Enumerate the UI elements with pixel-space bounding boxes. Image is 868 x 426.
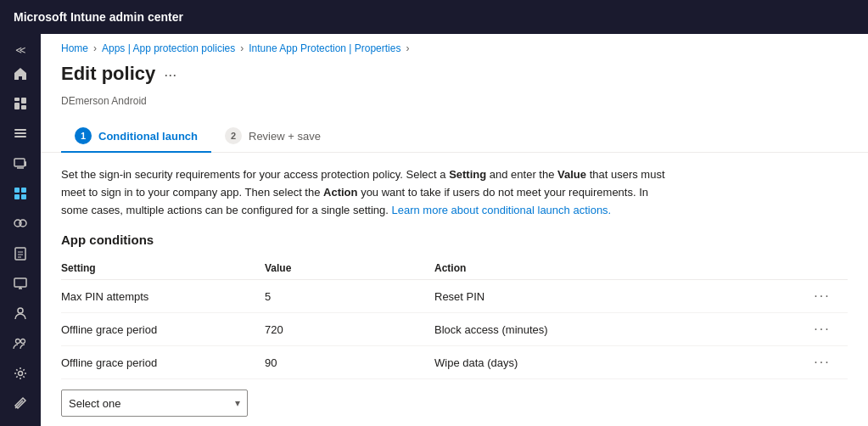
row-3-action: Wipe data (days) xyxy=(434,356,797,369)
svg-point-20 xyxy=(19,371,23,375)
collapse-icon[interactable]: ≪ xyxy=(12,41,30,59)
select-inner: Select one ▾ xyxy=(69,397,240,410)
sidebar-icon-devices[interactable] xyxy=(3,149,37,177)
content-area: Home › Apps | App protection policies › … xyxy=(41,34,868,426)
sidebar-icon-monitor[interactable] xyxy=(3,269,37,297)
sidebar-icon-list[interactable] xyxy=(3,120,37,148)
svg-point-18 xyxy=(16,339,20,343)
table-row: Offline grace period 90 Wipe data (days)… xyxy=(61,346,848,379)
page-title: Edit policy xyxy=(61,63,155,85)
tab-number-2: 2 xyxy=(225,127,242,144)
page-header: Edit policy ··· xyxy=(41,59,868,95)
sidebar-icon-chat[interactable] xyxy=(3,210,37,238)
select-placeholder: Select one xyxy=(69,397,120,410)
sidebar-icon-dashboard[interactable] xyxy=(3,89,37,117)
breadcrumb-properties[interactable]: Intune App Protection | Properties xyxy=(249,42,400,54)
row-3-value: 90 xyxy=(265,356,434,369)
svg-rect-16 xyxy=(14,278,26,287)
breadcrumb-sep-2: › xyxy=(240,42,244,54)
sidebar-icon-user[interactable] xyxy=(3,300,37,328)
svg-rect-8 xyxy=(25,161,26,166)
sidebar-icon-group[interactable] xyxy=(3,329,37,357)
svg-rect-0 xyxy=(14,98,20,101)
row-2-value: 720 xyxy=(265,323,434,336)
tabs-container: 1 Conditional launch 2 Review + save xyxy=(41,121,868,153)
svg-rect-10 xyxy=(21,188,26,193)
col-value: Value xyxy=(265,262,434,274)
row-1-value: 5 xyxy=(265,290,434,303)
tab-number-1: 1 xyxy=(75,127,92,144)
tab-label-1: Conditional launch xyxy=(98,130,198,143)
row-2-action: Block access (minutes) xyxy=(434,323,797,336)
setting-select[interactable]: Select one ▾ xyxy=(61,390,248,417)
row-3-setting: Offline grace period xyxy=(61,356,265,369)
col-action: Action xyxy=(434,262,797,274)
sidebar-icon-settings[interactable] xyxy=(3,359,37,387)
sidebar-icon-apps[interactable] xyxy=(3,179,37,207)
chevron-down-icon: ▾ xyxy=(235,397,240,409)
svg-rect-1 xyxy=(21,98,26,104)
more-options-button[interactable]: ··· xyxy=(164,66,176,84)
row-1-more-button[interactable]: ··· xyxy=(797,289,848,304)
breadcrumb-sep-3: › xyxy=(406,42,409,54)
description: Set the sign-in security requirements fo… xyxy=(41,166,686,233)
svg-point-19 xyxy=(21,339,25,343)
tab-review-save[interactable]: 2 Review + save xyxy=(211,121,334,153)
sidebar-icon-home[interactable] xyxy=(3,59,37,87)
svg-point-17 xyxy=(18,308,23,313)
table-row: Max PIN attempts 5 Reset PIN ··· xyxy=(61,280,848,313)
table-header: Setting Value Action xyxy=(61,257,848,280)
table-container: Setting Value Action Max PIN attempts 5 … xyxy=(41,257,868,379)
svg-rect-11 xyxy=(14,194,20,199)
top-bar-title: Microsoft Intune admin center xyxy=(14,10,183,24)
svg-point-14 xyxy=(20,220,26,227)
row-3-more-button[interactable]: ··· xyxy=(797,355,848,370)
page-subtitle: DEmerson Android xyxy=(41,95,868,121)
svg-rect-6 xyxy=(14,136,26,137)
col-actions xyxy=(797,262,848,274)
row-2-setting: Offline grace period xyxy=(61,323,265,336)
row-2-more-button[interactable]: ··· xyxy=(797,322,848,337)
svg-rect-3 xyxy=(21,105,26,109)
sidebar: ≪ xyxy=(0,34,41,426)
main-layout: ≪ xyxy=(0,34,868,426)
section-title: App conditions xyxy=(41,233,868,257)
tab-label-2: Review + save xyxy=(249,130,321,143)
breadcrumb-sep-1: › xyxy=(93,42,97,54)
svg-rect-12 xyxy=(21,194,26,199)
row-1-action: Reset PIN xyxy=(434,290,797,303)
svg-rect-4 xyxy=(14,129,26,131)
svg-rect-15 xyxy=(15,248,25,260)
table-row: Offline grace period 720 Block access (m… xyxy=(61,313,848,346)
sidebar-icon-tools[interactable] xyxy=(3,390,37,418)
svg-rect-7 xyxy=(14,159,25,166)
tab-conditional-launch[interactable]: 1 Conditional launch xyxy=(61,121,211,153)
row-1-setting: Max PIN attempts xyxy=(61,290,265,303)
top-bar: Microsoft Intune admin center xyxy=(0,0,868,34)
breadcrumb-home[interactable]: Home xyxy=(61,42,88,54)
svg-rect-9 xyxy=(14,188,20,193)
select-row: Select one ▾ xyxy=(41,379,868,417)
breadcrumb: Home › Apps | App protection policies › … xyxy=(41,34,868,59)
col-setting: Setting xyxy=(61,262,265,274)
sidebar-icon-reports[interactable] xyxy=(3,239,37,267)
breadcrumb-policies[interactable]: Apps | App protection policies xyxy=(102,42,235,54)
svg-rect-2 xyxy=(14,103,20,109)
learn-more-link[interactable]: Learn more about conditional launch acti… xyxy=(392,204,612,216)
svg-rect-5 xyxy=(14,132,26,134)
